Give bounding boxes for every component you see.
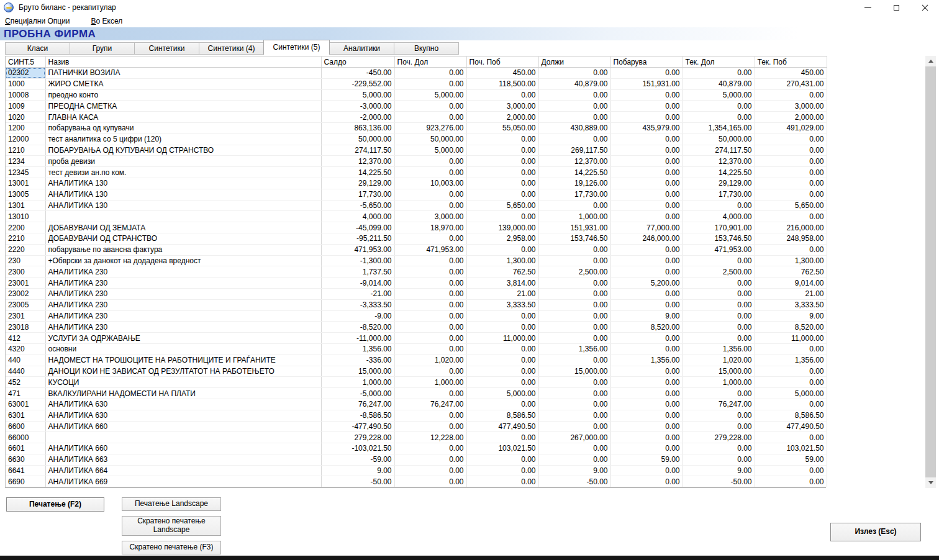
- grid-cell[interactable]: 0.00: [538, 399, 610, 410]
- grid-cell[interactable]: 0.00: [610, 366, 683, 377]
- grid-cell[interactable]: 12,370.00: [683, 156, 755, 167]
- grid-cell[interactable]: 0.00: [394, 322, 466, 333]
- grid-cell[interactable]: 151,931.00: [610, 78, 683, 89]
- grid-cell[interactable]: 12,370.00: [538, 156, 610, 167]
- grid-cell[interactable]: 430,889.00: [538, 122, 610, 133]
- grid-cell[interactable]: 491,029.00: [755, 122, 827, 133]
- grid-cell[interactable]: -9,014.00: [321, 278, 394, 289]
- grid-cell[interactable]: 0.00: [538, 377, 610, 388]
- grid-cell[interactable]: 5,650.00: [755, 200, 827, 211]
- grid-cell[interactable]: 477,490.50: [466, 421, 538, 432]
- grid-cell[interactable]: 12,370.00: [321, 156, 394, 167]
- grid-cell[interactable]: тест аналитика со 5 цифри (120): [45, 133, 321, 145]
- grid-cell[interactable]: -95,211.50: [321, 233, 394, 244]
- grid-cell[interactable]: 4320: [6, 343, 45, 355]
- grid-cell[interactable]: 0.00: [466, 322, 538, 333]
- grid-cell[interactable]: АНАЛИТИКА 130: [45, 189, 321, 200]
- grid-cell[interactable]: 6690: [6, 476, 45, 487]
- grid-cell[interactable]: 5,650.00: [466, 200, 538, 211]
- grid-cell[interactable]: 471,953.00: [683, 244, 755, 255]
- grid-cell[interactable]: 59.00: [610, 454, 683, 465]
- grid-cell[interactable]: -50.00: [321, 476, 394, 487]
- grid-cell[interactable]: 0.00: [610, 333, 683, 344]
- grid-cell[interactable]: 8,586.50: [466, 410, 538, 421]
- grid-cell[interactable]: ДОБАВУВАЧИ ОД СТРАНСТВО: [45, 233, 321, 244]
- grid-cell[interactable]: 3,814.00: [466, 278, 538, 289]
- print-f2-button[interactable]: Печатење (F2): [6, 497, 104, 512]
- grid-cell[interactable]: 274,117.50: [683, 145, 755, 156]
- grid-cell[interactable]: 4440: [6, 366, 45, 377]
- grid-cell[interactable]: 1,300.00: [466, 255, 538, 266]
- grid-cell[interactable]: -2,000.00: [321, 112, 394, 123]
- grid-cell[interactable]: 0.00: [755, 399, 827, 410]
- grid-cell[interactable]: 1301: [6, 200, 45, 211]
- grid-cell[interactable]: 13001: [6, 178, 45, 189]
- grid-cell[interactable]: 1,020.00: [394, 355, 466, 366]
- scroll-down-button[interactable]: [925, 477, 936, 488]
- grid-cell[interactable]: 103,021.50: [466, 443, 538, 454]
- grid-cell[interactable]: -3,333.50: [321, 299, 394, 310]
- grid-cell[interactable]: 12345: [6, 167, 45, 178]
- grid-cell[interactable]: 0.00: [538, 421, 610, 432]
- grid-cell[interactable]: 103,021.50: [755, 443, 827, 454]
- grid-cell[interactable]: 21.00: [755, 288, 827, 299]
- grid-cell[interactable]: -5,650.00: [321, 200, 394, 211]
- grid-cell[interactable]: 246,000.00: [610, 233, 683, 244]
- grid-cell[interactable]: 5,200.00: [610, 278, 683, 289]
- grid-cell[interactable]: АНАЛИТИКА 660: [45, 443, 321, 454]
- grid-cell[interactable]: 5,000.00: [394, 145, 466, 156]
- grid-cell[interactable]: 452: [6, 377, 45, 388]
- grid-cell[interactable]: -11,000.00: [321, 333, 394, 344]
- grid-cell[interactable]: 2,500.00: [683, 266, 755, 278]
- grid-cell[interactable]: 0.00: [683, 322, 755, 333]
- grid-cell[interactable]: 2200: [6, 222, 45, 233]
- grid-cell[interactable]: 0.00: [538, 410, 610, 421]
- grid-cell[interactable]: 9.00: [683, 465, 755, 476]
- grid-cell[interactable]: 14,225.50: [538, 167, 610, 178]
- grid-cell[interactable]: ПОБАРУВАЊА ОД КУПУВАЧИ ОД СТРАНСТВО: [45, 145, 321, 156]
- grid-cell[interactable]: 59.00: [755, 454, 827, 465]
- tab-3[interactable]: Синтетики: [134, 42, 199, 55]
- grid-cell[interactable]: АНАЛИТИКА 663: [45, 454, 321, 465]
- tab-5[interactable]: Синтетики (5): [263, 40, 330, 55]
- grid-cell[interactable]: 18,970.00: [394, 222, 466, 233]
- grid-cell[interactable]: 471: [6, 388, 45, 399]
- grid-cell[interactable]: 1200: [6, 122, 45, 133]
- tab-7[interactable]: Вкупно: [394, 42, 459, 55]
- grid-cell[interactable]: 0.00: [755, 476, 827, 487]
- column-header[interactable]: Тек. Дол: [683, 56, 755, 68]
- grid-cell[interactable]: 0.00: [683, 410, 755, 421]
- grid-cell[interactable]: 0.00: [610, 200, 683, 211]
- grid-cell[interactable]: 477,490.50: [755, 421, 827, 432]
- grid-cell[interactable]: 3,000.00: [466, 101, 538, 112]
- grid-cell[interactable]: НАДОМЕСТ НА ТРОШОЦИТЕ НА РАБОТНИЦИТЕ И Г…: [45, 355, 321, 366]
- grid-cell[interactable]: 153,746.50: [683, 233, 755, 244]
- grid-cell[interactable]: 5,000.00: [321, 89, 394, 101]
- close-button[interactable]: [910, 0, 939, 15]
- grid-cell[interactable]: 3,333.50: [466, 299, 538, 310]
- scroll-up-button[interactable]: [925, 56, 936, 66]
- grid-cell[interactable]: 1,356.00: [755, 355, 827, 366]
- grid-cell[interactable]: 1,356.00: [321, 343, 394, 355]
- grid-cell[interactable]: 471,953.00: [394, 244, 466, 255]
- grid-cell[interactable]: 0.00: [394, 366, 466, 377]
- grid-cell[interactable]: 471,953.00: [321, 244, 394, 255]
- grid-cell[interactable]: 0.00: [610, 476, 683, 487]
- grid-cell[interactable]: 0.00: [755, 89, 827, 101]
- column-header[interactable]: Назив: [45, 56, 321, 68]
- grid-cell[interactable]: 230: [6, 255, 45, 266]
- grid-cell[interactable]: 8,520.00: [610, 322, 683, 333]
- grid-cell[interactable]: 0.00: [394, 255, 466, 266]
- grid-cell[interactable]: 412: [6, 333, 45, 344]
- grid-cell[interactable]: 9.00: [755, 310, 827, 322]
- grid-cell[interactable]: 8,520.00: [755, 322, 827, 333]
- menu-special-options[interactable]: Специјални Опции: [1, 16, 74, 27]
- grid-cell[interactable]: 21.00: [466, 288, 538, 299]
- grid-cell[interactable]: 0.00: [610, 288, 683, 299]
- grid-cell[interactable]: 0.00: [538, 299, 610, 310]
- grid-cell[interactable]: -336.00: [321, 355, 394, 366]
- grid-cell[interactable]: основни: [45, 343, 321, 355]
- grid-cell[interactable]: -45,099.00: [321, 222, 394, 233]
- grid-cell[interactable]: 0.00: [466, 189, 538, 200]
- grid-cell[interactable]: 12,228.00: [394, 432, 466, 443]
